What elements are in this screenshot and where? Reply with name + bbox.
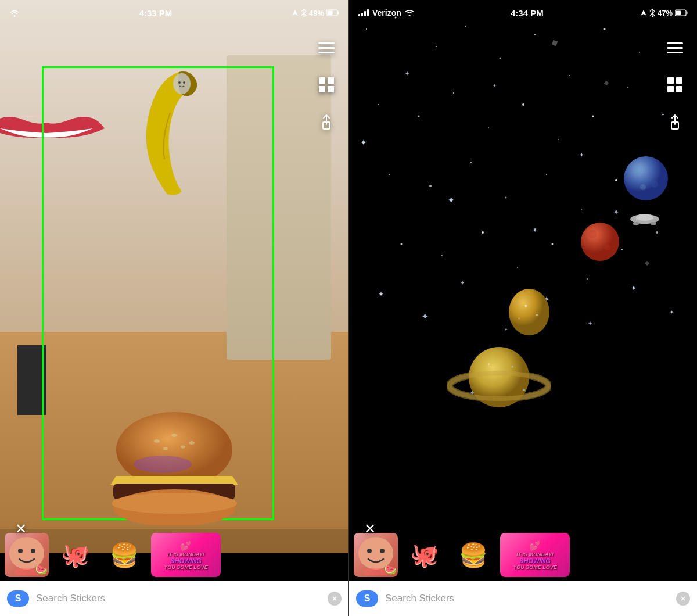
lips-svg (0, 99, 110, 157)
burger-sticker[interactable] (105, 409, 244, 525)
monday-hearts: 💕 (180, 540, 192, 551)
svg-text:✦: ✦ (360, 138, 367, 147)
svg-rect-106 (667, 86, 674, 92)
svg-point-46 (389, 174, 390, 175)
search-bar-left: S Search Stickers × (0, 581, 348, 616)
search-badge-right: S (356, 590, 378, 607)
space-bg: ✦ ✦ ✦ ✦ ✦ ✦ ✦ ✦ ✦ ✦ ✦ ✦ ✦ ✦ ✦ ✦ (349, 0, 697, 553)
svg-text:✦: ✦ (460, 280, 465, 286)
menu-button-right[interactable] (662, 35, 688, 60)
wifi-icon-right (405, 9, 414, 16)
svg-point-83 (633, 165, 642, 174)
sticker-burger-small-left[interactable]: 🍔 (102, 533, 146, 577)
svg-point-24 (31, 549, 35, 553)
spaceship-sticker[interactable] (627, 210, 662, 228)
search-badge-left: S (7, 590, 29, 607)
svg-point-56 (482, 231, 484, 234)
svg-text:✦: ✦ (447, 195, 455, 205)
monday-text2: SHOWING (170, 557, 202, 564)
svg-point-32 (465, 26, 466, 27)
search-placeholder-right: Search Stickers (385, 593, 454, 604)
location-icon-right (640, 9, 647, 16)
sticker-burger-small-right[interactable]: 🍔 (451, 533, 495, 577)
sticker-monday-right[interactable]: 💕 IT IS MONDAY! SHOWING YOU SOME LOVE (500, 533, 570, 577)
banana-sticker[interactable] (132, 66, 225, 206)
status-right-left: 49% (292, 9, 339, 17)
monday-text1: IT IS MONDAY! (167, 551, 204, 557)
svg-rect-91 (633, 222, 639, 225)
monday-text2-right: SHOWING (519, 557, 551, 564)
monday-hearts-right: 💕 (529, 540, 541, 551)
svg-point-47 (429, 185, 432, 187)
planet-egg-sticker[interactable]: ✦ ✦ ✦ (506, 288, 552, 340)
close-button-left[interactable]: ✕ (9, 517, 33, 540)
right-panel: Verizon 4:34 PM 47% (348, 0, 697, 616)
svg-point-111 (380, 549, 385, 553)
svg-point-35 (569, 75, 570, 76)
planet-saturn-sticker[interactable]: ✦ ✦ ✦ ✦ (447, 334, 551, 415)
search-clear-right[interactable]: × (676, 592, 690, 606)
svg-point-42 (522, 103, 524, 106)
location-icon-left (292, 9, 299, 16)
mushroom-sticker-emoji-right: 🐙 (410, 542, 439, 569)
svg-point-61 (656, 231, 658, 234)
svg-point-85 (640, 184, 646, 190)
clear-icon-left: × (332, 594, 337, 603)
monday-text1-right: IT IS MONDAY! (516, 551, 554, 557)
svg-point-60 (621, 249, 623, 250)
svg-text:✦: ✦ (670, 310, 674, 315)
sticker-tray-left: 🍉 🐙 🍔 💕 IT IS MONDAY! SHOWING YOU SOME L… (0, 529, 348, 581)
svg-point-8 (154, 439, 160, 443)
svg-point-12 (181, 446, 185, 449)
svg-point-3 (173, 73, 191, 94)
planet-egg-svg: ✦ ✦ ✦ (506, 288, 552, 340)
share-icon (318, 114, 335, 130)
svg-text:✦: ✦ (511, 364, 515, 370)
search-input-left[interactable]: Search Stickers (36, 593, 321, 604)
carrier-label: Verizon (372, 8, 401, 17)
menu-button-left[interactable] (314, 35, 339, 60)
svg-point-84 (651, 181, 658, 188)
lips-sticker[interactable] (0, 99, 110, 157)
svg-rect-79 (604, 81, 609, 85)
svg-point-11 (163, 447, 168, 450)
search-clear-left[interactable]: × (328, 592, 342, 606)
sticker-mushroom-left[interactable]: 🐙 (53, 533, 98, 577)
sticker-monday-left[interactable]: 💕 IT IS MONDAY! SHOWING YOU SOME LOVE (151, 533, 221, 577)
svg-rect-107 (676, 86, 682, 92)
svg-point-29 (366, 28, 367, 30)
svg-point-33 (500, 58, 501, 59)
room-bg (0, 0, 348, 553)
svg-point-58 (552, 243, 554, 245)
svg-point-51 (581, 209, 582, 210)
svg-point-9 (171, 434, 177, 437)
svg-rect-20 (328, 86, 334, 92)
planet-mars-sticker[interactable] (580, 221, 620, 262)
planet-blue-sticker[interactable] (623, 155, 669, 202)
burger-sticker-emoji: 🍔 (110, 542, 139, 569)
grid-button-right[interactable] (662, 72, 688, 98)
sticker-tray-right: 🍉 🐙 🍔 💕 IT IS MONDAY! SHOWING YOU SOME L… (349, 529, 697, 581)
hamburger-icon (318, 42, 335, 53)
svg-point-36 (604, 28, 606, 30)
close-button-right[interactable]: ✕ (358, 517, 382, 540)
svg-rect-18 (328, 77, 334, 84)
svg-text:✦: ✦ (579, 152, 584, 158)
svg-text:✦: ✦ (631, 284, 637, 292)
hamburger-icon-right (667, 42, 683, 53)
banana-svg (132, 66, 225, 206)
svg-point-37 (639, 52, 640, 53)
planet-mars-svg (580, 221, 620, 262)
search-input-right[interactable]: Search Stickers (385, 593, 669, 604)
svg-text:✦: ✦ (588, 320, 592, 327)
svg-point-88 (605, 245, 610, 250)
share-button-left[interactable] (314, 109, 339, 135)
svg-text:✦: ✦ (532, 226, 538, 234)
sticker-mushroom-right[interactable]: 🐙 (403, 533, 447, 577)
clear-icon-right: × (681, 594, 685, 603)
grid-button-left[interactable] (314, 72, 339, 98)
svg-text:✦: ✦ (405, 70, 409, 77)
toolbar-right (662, 35, 688, 135)
monday-text3: YOU SOME LOVE (164, 564, 208, 570)
share-button-right[interactable] (662, 109, 688, 135)
